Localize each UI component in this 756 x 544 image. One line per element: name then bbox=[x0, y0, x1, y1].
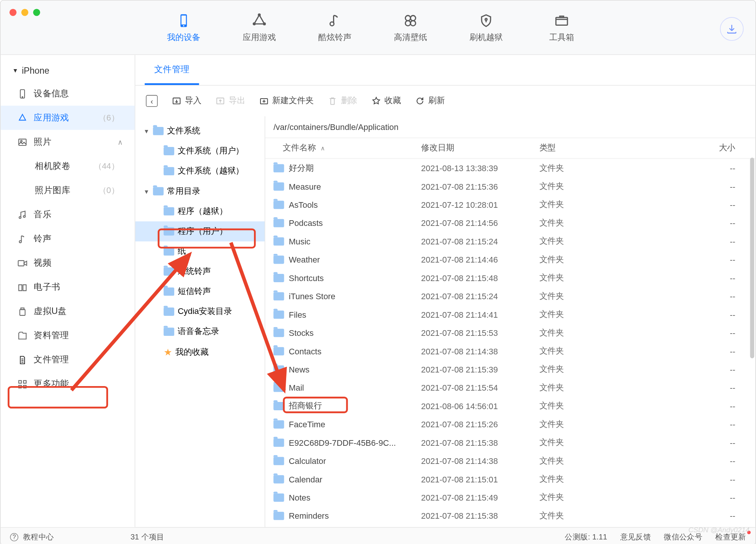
feedback-link[interactable]: 意见反馈 bbox=[620, 532, 651, 542]
tree-item-3[interactable]: ▼常用目录 bbox=[135, 181, 265, 201]
tree-item-4[interactable]: 程序（越狱） bbox=[135, 201, 265, 221]
file-row[interactable]: Calculator2021-07-08 21:14:38文件夹-- bbox=[265, 451, 756, 470]
tree-item-9[interactable]: Cydia安装目录 bbox=[135, 301, 265, 321]
sidebar-label: 视频 bbox=[34, 257, 51, 269]
svg-rect-23 bbox=[19, 380, 22, 383]
svg-rect-20 bbox=[18, 260, 24, 266]
col-size[interactable]: 大小 bbox=[657, 143, 747, 153]
file-date: 2021-07-12 10:28:01 bbox=[421, 200, 539, 209]
topnav-item-0[interactable]: 我的设备 bbox=[166, 12, 201, 43]
file-row[interactable]: Measure2021-07-08 21:15:36文件夹-- bbox=[265, 177, 756, 195]
file-row[interactable]: 招商银行2021-08-06 14:56:01文件夹-- bbox=[265, 397, 756, 415]
sidebar-icon bbox=[17, 330, 28, 341]
sidebar-label: 文件管理 bbox=[34, 354, 69, 366]
file-row[interactable]: Notes2021-07-08 21:15:49文件夹-- bbox=[265, 488, 756, 506]
sidebar-item-5[interactable]: 音乐 bbox=[1, 202, 135, 227]
folder-icon bbox=[164, 147, 174, 155]
sidebar-item-6[interactable]: 铃声 bbox=[1, 227, 135, 251]
tree-item-7[interactable]: 系统铃声 bbox=[135, 261, 265, 281]
file-size: -- bbox=[657, 365, 747, 374]
sidebar-item-3[interactable]: 相机胶卷（44） bbox=[1, 154, 135, 178]
tab-file-manage[interactable]: 文件管理 bbox=[145, 56, 199, 85]
file-row[interactable]: Podcasts2021-07-08 21:14:56文件夹-- bbox=[265, 214, 756, 232]
minimize-icon[interactable] bbox=[21, 9, 28, 16]
sidebar-item-11[interactable]: 文件管理 bbox=[1, 348, 135, 372]
refresh-button[interactable]: 刷新 bbox=[415, 96, 445, 106]
file-size: -- bbox=[657, 346, 747, 355]
topnav-icon bbox=[478, 12, 494, 29]
file-row[interactable]: iTunes Store2021-07-08 21:15:24文件夹-- bbox=[265, 287, 756, 305]
file-row[interactable]: Contacts2021-07-08 21:14:38文件夹-- bbox=[265, 342, 756, 360]
sidebar-item-2[interactable]: 照片∧ bbox=[1, 130, 135, 154]
tree-item-5[interactable]: 程序（用户） bbox=[135, 221, 265, 241]
topnav-item-1[interactable]: 应用游戏 bbox=[242, 12, 277, 43]
file-row[interactable]: Music2021-07-08 21:15:24文件夹-- bbox=[265, 232, 756, 250]
folder-icon bbox=[273, 457, 284, 465]
svg-point-14 bbox=[22, 96, 23, 97]
col-date[interactable]: 修改日期 bbox=[421, 143, 539, 153]
sort-asc-icon[interactable]: ∧ bbox=[321, 145, 325, 151]
file-row[interactable]: Calendar2021-07-08 21:15:01文件夹-- bbox=[265, 470, 756, 488]
file-row[interactable]: 好分期2021-08-13 13:38:39文件夹-- bbox=[265, 159, 756, 177]
tree-item-6[interactable]: 纸 bbox=[135, 241, 265, 261]
file-row[interactable]: Stocks2021-07-08 21:15:53文件夹-- bbox=[265, 323, 756, 342]
folder-icon bbox=[273, 493, 284, 501]
sidebar-item-1[interactable]: 应用游戏（6） bbox=[1, 106, 135, 130]
new-folder-button[interactable]: 新建文件夹 bbox=[259, 96, 314, 106]
tree-item-8[interactable]: 短信铃声 bbox=[135, 281, 265, 301]
tree-item-1[interactable]: 文件系统（用户） bbox=[135, 141, 265, 161]
file-type: 文件夹 bbox=[539, 510, 658, 521]
sidebar-count: （6） bbox=[98, 113, 119, 123]
sidebar-header[interactable]: ▼ iPhone bbox=[1, 60, 135, 82]
topnav-item-3[interactable]: 高清壁纸 bbox=[393, 12, 428, 43]
topnav-item-5[interactable]: 工具箱 bbox=[544, 12, 579, 43]
sidebar-item-9[interactable]: 虚拟U盘 bbox=[1, 299, 135, 323]
file-row[interactable]: AsTools2021-07-12 10:28:01文件夹-- bbox=[265, 195, 756, 213]
sidebar-item-12[interactable]: 更多功能 bbox=[1, 372, 135, 396]
sidebar-item-7[interactable]: 视频 bbox=[1, 251, 135, 275]
sidebar-item-0[interactable]: 设备信息 bbox=[1, 82, 135, 106]
file-row[interactable]: Reminders2021-07-08 21:15:38文件夹-- bbox=[265, 507, 756, 525]
maximize-icon[interactable] bbox=[33, 9, 40, 16]
file-row[interactable]: FaceTime2021-07-08 21:15:26文件夹-- bbox=[265, 415, 756, 433]
sidebar-item-10[interactable]: 资料管理 bbox=[1, 323, 135, 348]
tree-item-10[interactable]: 语音备忘录 bbox=[135, 322, 265, 342]
topnav-item-4[interactable]: 刷机越狱 bbox=[468, 12, 504, 43]
item-count: 31 个项目 bbox=[130, 532, 164, 542]
tree-item-11[interactable]: ★我的收藏 bbox=[135, 342, 265, 363]
file-row[interactable]: Weather2021-07-08 21:14:46文件夹-- bbox=[265, 250, 756, 269]
sidebar-icon bbox=[17, 209, 28, 220]
file-type: 文件夹 bbox=[539, 437, 658, 448]
download-button[interactable] bbox=[720, 17, 744, 41]
folder-icon bbox=[164, 207, 174, 215]
file-size: -- bbox=[657, 511, 747, 520]
help-center-link[interactable]: 教程中心 bbox=[23, 532, 54, 542]
file-row[interactable]: E92C68D9-7DDF-45B6-9C...2021-07-08 21:15… bbox=[265, 433, 756, 451]
file-name: Contacts bbox=[289, 346, 321, 355]
file-size: -- bbox=[657, 236, 747, 246]
tree-item-0[interactable]: ▼文件系统 bbox=[135, 121, 265, 141]
sidebar: ▼ iPhone 设备信息应用游戏（6）照片∧相机胶卷（44）照片图库（0）音乐… bbox=[1, 55, 135, 527]
chevron-up-icon[interactable]: ∧ bbox=[118, 138, 123, 146]
close-icon[interactable] bbox=[9, 9, 17, 16]
favorite-button[interactable]: 收藏 bbox=[372, 96, 401, 106]
scrollbar-thumb[interactable] bbox=[750, 159, 754, 358]
sidebar-item-4[interactable]: 照片图库（0） bbox=[1, 178, 135, 202]
file-row[interactable]: Mail2021-07-08 21:15:54文件夹-- bbox=[265, 379, 756, 397]
tree-item-2[interactable]: 文件系统（越狱） bbox=[135, 161, 265, 181]
col-name[interactable]: 文件名称 bbox=[283, 143, 316, 153]
topnav-item-2[interactable]: 酷炫铃声 bbox=[317, 12, 353, 43]
file-name: Weather bbox=[289, 255, 320, 264]
file-name: FaceTime bbox=[289, 419, 325, 429]
file-row[interactable]: Shortcuts2021-07-08 21:15:48文件夹-- bbox=[265, 269, 756, 287]
file-row[interactable]: Files2021-07-08 21:14:41文件夹-- bbox=[265, 305, 756, 323]
import-button[interactable]: 导入 bbox=[172, 96, 201, 106]
file-date: 2021-07-08 21:15:38 bbox=[421, 511, 539, 520]
file-row[interactable]: News2021-07-08 21:15:39文件夹-- bbox=[265, 360, 756, 378]
col-type[interactable]: 类型 bbox=[539, 143, 658, 153]
file-size: -- bbox=[657, 273, 747, 283]
sidebar-item-8[interactable]: 电子书 bbox=[1, 275, 135, 299]
help-icon[interactable]: ? bbox=[10, 533, 19, 541]
file-name: Calendar bbox=[289, 474, 322, 484]
back-button[interactable]: ‹ bbox=[146, 95, 158, 107]
